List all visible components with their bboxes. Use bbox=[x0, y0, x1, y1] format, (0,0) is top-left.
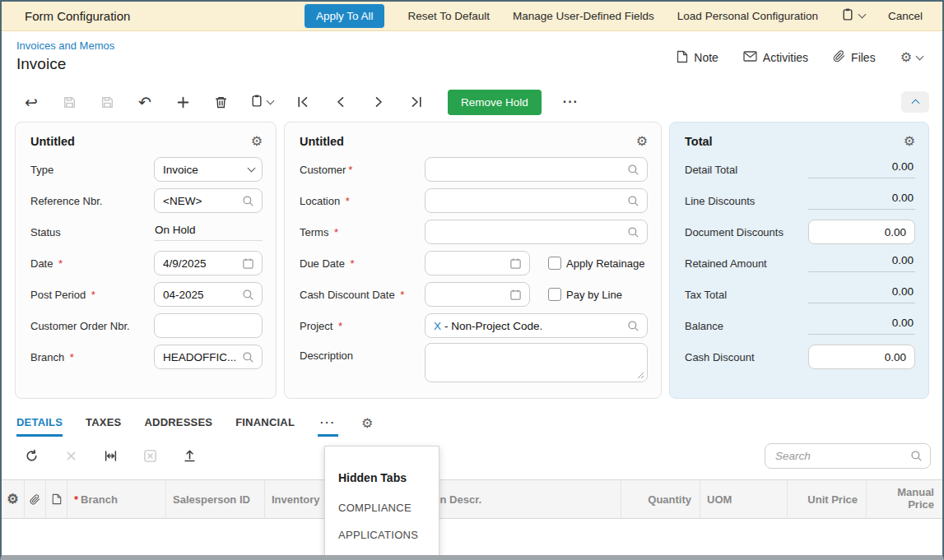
screen-header: Invoices and Memos Invoice Note Activiti… bbox=[2, 31, 942, 84]
screen-settings-button[interactable]: ⚙ bbox=[900, 51, 923, 64]
detail-total-value: 0.00 bbox=[808, 160, 915, 178]
panel-settings-gear-icon[interactable]: ⚙ bbox=[251, 135, 263, 148]
location-lookup[interactable] bbox=[425, 188, 648, 213]
toolbar-more-button[interactable]: ··· bbox=[563, 95, 579, 109]
insert-record-button[interactable] bbox=[174, 93, 191, 111]
note-icon bbox=[677, 50, 688, 66]
cancel-button[interactable]: Cancel bbox=[888, 10, 923, 22]
go-back-button[interactable]: ↩ bbox=[23, 93, 40, 111]
search-icon[interactable] bbox=[627, 320, 639, 332]
cash-discount-date-field[interactable] bbox=[425, 282, 530, 307]
delete-row-button[interactable] bbox=[63, 447, 79, 465]
column-header-salesperson-id[interactable]: Salesperson ID bbox=[166, 480, 265, 518]
tab-addresses[interactable]: ADDRESSES bbox=[144, 416, 212, 437]
column-header-uom[interactable]: UOM bbox=[700, 480, 788, 518]
files-button[interactable]: Files bbox=[833, 50, 876, 65]
column-header-unit-price[interactable]: Unit Price bbox=[788, 480, 867, 518]
manage-user-defined-fields-button[interactable]: Manage User-Defined Fields bbox=[513, 10, 654, 22]
export-to-excel-button[interactable] bbox=[142, 447, 158, 465]
search-icon[interactable] bbox=[242, 289, 254, 301]
summary-area: Untitled ⚙ Type Invoice Reference Nbr. <… bbox=[2, 120, 942, 405]
search-icon[interactable] bbox=[910, 450, 923, 462]
cancel-changes-button[interactable]: ↶ bbox=[137, 93, 153, 111]
panel-title: Total bbox=[685, 135, 904, 148]
copy-paste-button[interactable] bbox=[250, 94, 273, 111]
search-icon[interactable] bbox=[242, 351, 254, 363]
note-button[interactable]: Note bbox=[677, 50, 718, 66]
title-block: Invoices and Memos Invoice bbox=[16, 39, 114, 84]
grid-search-input[interactable] bbox=[775, 450, 910, 462]
reference-nbr-lookup[interactable]: <NEW> bbox=[154, 188, 263, 213]
column-header-quantity[interactable]: Quantity bbox=[621, 480, 700, 518]
header-actions: Note Activities Files ⚙ bbox=[677, 46, 923, 69]
calendar-icon[interactable] bbox=[509, 289, 522, 301]
search-icon[interactable] bbox=[627, 226, 639, 238]
column-header-branch[interactable]: *Branch bbox=[67, 480, 166, 518]
due-date-label: Due Date * bbox=[300, 257, 425, 270]
pay-by-line-checkbox[interactable]: Pay by Line bbox=[548, 288, 622, 301]
required-marker: * bbox=[58, 257, 63, 270]
save-and-close-button[interactable] bbox=[61, 93, 77, 111]
terms-lookup[interactable] bbox=[425, 220, 648, 244]
customer-order-nbr-field[interactable] bbox=[154, 313, 263, 338]
column-header-attachments-paperclip-icon[interactable] bbox=[25, 480, 46, 518]
required-marker: * bbox=[346, 195, 350, 207]
column-header-manual-price[interactable]: Manual Price bbox=[867, 480, 942, 518]
due-date-field[interactable] bbox=[425, 251, 530, 275]
menu-item-applications[interactable]: APPLICATIONS bbox=[325, 521, 439, 548]
description-textarea[interactable] bbox=[425, 343, 648, 382]
calendar-icon[interactable] bbox=[242, 257, 254, 270]
topbar-actions: Apply To All Reset To Default Manage Use… bbox=[305, 4, 923, 28]
paperclip-icon bbox=[833, 50, 845, 65]
apply-to-all-button[interactable]: Apply To All bbox=[305, 4, 385, 28]
remove-hold-button[interactable]: Remove Hold bbox=[448, 90, 542, 115]
first-record-button[interactable] bbox=[295, 93, 311, 111]
panel-settings-gear-icon[interactable]: ⚙ bbox=[636, 135, 648, 148]
column-settings-gear-icon[interactable]: ⚙ bbox=[2, 480, 25, 518]
field-row: Terms * bbox=[285, 216, 661, 248]
customer-lookup[interactable] bbox=[425, 157, 648, 182]
branch-lookup[interactable]: HEADOFFIC... bbox=[154, 345, 263, 369]
required-marker: * bbox=[348, 164, 352, 176]
delete-record-button[interactable] bbox=[212, 93, 229, 111]
menu-item-compliance[interactable]: COMPLIANCE bbox=[325, 494, 439, 521]
tab-overflow-button[interactable]: ··· bbox=[318, 416, 338, 437]
last-record-button[interactable] bbox=[408, 93, 425, 111]
type-select[interactable]: Invoice bbox=[154, 157, 263, 182]
post-period-label: Post Period * bbox=[30, 289, 154, 301]
collapse-summary-button[interactable] bbox=[901, 91, 929, 113]
project-lookup[interactable]: X- Non-Project Code. bbox=[425, 313, 648, 338]
next-record-button[interactable] bbox=[370, 93, 387, 111]
envelope-icon bbox=[743, 51, 757, 64]
project-code-link[interactable]: X bbox=[434, 320, 441, 332]
post-period-lookup[interactable]: 04-2025 bbox=[154, 282, 263, 307]
tab-financial[interactable]: FINANCIAL bbox=[235, 416, 295, 437]
reset-to-default-button[interactable]: Reset To Default bbox=[407, 10, 490, 22]
column-header-notes-icon[interactable] bbox=[46, 480, 67, 518]
search-icon[interactable] bbox=[627, 195, 639, 207]
tab-taxes[interactable]: TAXES bbox=[86, 416, 121, 437]
balance-value: 0.00 bbox=[808, 317, 915, 335]
breadcrumb[interactable]: Invoices and Memos bbox=[16, 39, 114, 52]
search-icon[interactable] bbox=[627, 164, 639, 176]
fit-to-screen-button[interactable] bbox=[102, 447, 119, 465]
calendar-icon[interactable] bbox=[509, 257, 522, 270]
previous-record-button[interactable] bbox=[332, 93, 349, 111]
save-button[interactable] bbox=[99, 93, 115, 111]
search-icon[interactable] bbox=[242, 195, 254, 207]
copy-configuration-button[interactable] bbox=[841, 7, 865, 25]
panel-settings-gear-icon[interactable]: ⚙ bbox=[904, 135, 915, 148]
resize-handle-icon[interactable] bbox=[637, 372, 644, 379]
grid-search bbox=[765, 443, 931, 469]
load-records-button[interactable] bbox=[181, 447, 198, 465]
tab-settings-gear-icon[interactable]: ⚙ bbox=[361, 417, 373, 430]
document-discounts-field[interactable]: 0.00 bbox=[808, 220, 915, 244]
required-marker: * bbox=[91, 289, 95, 301]
load-personal-configuration-button[interactable]: Load Personal Configuration bbox=[677, 10, 818, 22]
date-field[interactable]: 4/9/2025 bbox=[154, 251, 263, 275]
apply-retainage-checkbox[interactable]: Apply Retainage bbox=[548, 257, 644, 270]
cash-discount-field[interactable]: 0.00 bbox=[808, 345, 915, 369]
tab-details[interactable]: DETAILS bbox=[16, 416, 63, 437]
activities-button[interactable]: Activities bbox=[743, 51, 808, 64]
refresh-button[interactable] bbox=[23, 447, 40, 465]
